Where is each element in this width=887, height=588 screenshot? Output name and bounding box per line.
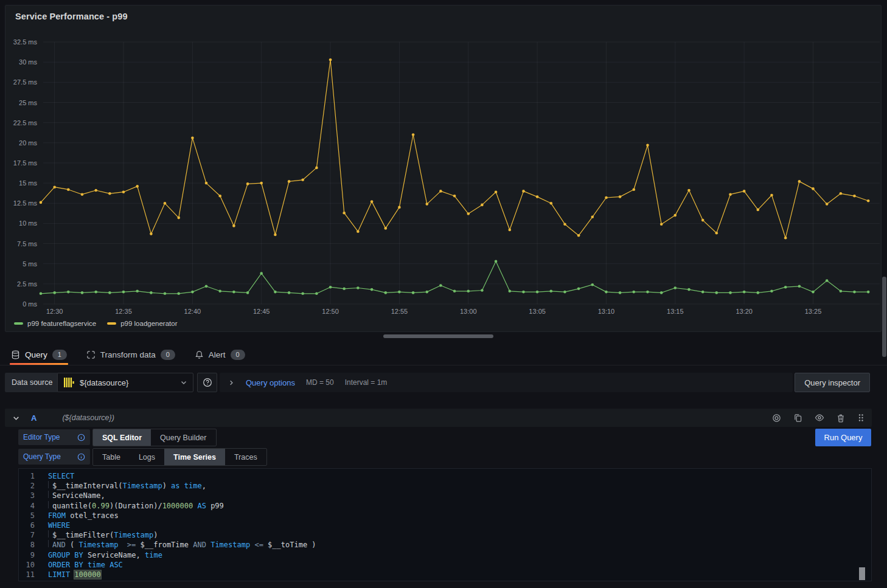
svg-text:12:45: 12:45 xyxy=(253,308,270,315)
chevron-right-icon[interactable] xyxy=(228,379,235,386)
tab-transform-count-badge: 0 xyxy=(161,350,175,360)
code-line[interactable]: 7$__timeFilter(Timestamp) xyxy=(19,530,871,540)
query-inspector-button[interactable]: Query inspector xyxy=(795,373,870,392)
query-options-md: MD = 50 xyxy=(306,378,334,387)
timeseries-chart[interactable]: 0 ms2.5 ms5 ms7.5 ms10 ms12.5 ms15 ms17.… xyxy=(5,26,882,318)
line-number: 2 xyxy=(19,481,40,491)
line-number: 6 xyxy=(19,521,40,530)
drag-handle-icon[interactable] xyxy=(857,413,864,422)
code-line[interactable]: 9GROUP BY ServiceName, time xyxy=(19,550,871,560)
code-line[interactable]: 2$__timeInterval(Timestamp) as time, xyxy=(19,481,871,491)
collapse-chevron-icon[interactable] xyxy=(12,414,20,422)
sql-code-lines: 1SELECT2$__timeInterval(Timestamp) as ti… xyxy=(19,471,871,579)
editor-type-option-query-builder[interactable]: Query Builder xyxy=(151,429,215,446)
svg-text:17.5 ms: 17.5 ms xyxy=(13,159,38,167)
tab-label: Query xyxy=(25,350,47,359)
legend-label: p99 featureflagservice xyxy=(27,320,96,327)
query-options-interval: Interval = 1m xyxy=(345,378,388,387)
vertical-scrollbar-thumb[interactable] xyxy=(882,277,886,357)
datasource-toolbar: Data source ${datasource} Query options … xyxy=(5,373,882,392)
svg-text:12.5 ms: 12.5 ms xyxy=(13,199,38,207)
tab-transform-data[interactable]: Transform data 0 xyxy=(85,344,176,365)
editor-scrollbar-thumb[interactable] xyxy=(859,567,865,580)
indent-guide xyxy=(48,491,52,498)
remove-query-trash-icon[interactable] xyxy=(837,413,845,423)
timeseries-panel: Service Performance - p99 0 ms2.5 ms5 ms… xyxy=(5,5,882,332)
question-circle-icon xyxy=(203,378,212,387)
svg-text:0 ms: 0 ms xyxy=(23,300,37,308)
panel-editor-tabs: Query 1 Transform data 0 Alert 0 xyxy=(10,344,246,365)
code-line[interactable]: 1SELECT xyxy=(19,471,871,481)
editor-type-option-sql-editor[interactable]: SQL Editor xyxy=(93,429,151,446)
query-type-option-table[interactable]: Table xyxy=(93,449,130,465)
line-number: 11 xyxy=(19,570,40,579)
svg-text:10 ms: 10 ms xyxy=(19,220,37,227)
query-row-actions xyxy=(772,413,864,423)
query-type-option-logs[interactable]: Logs xyxy=(130,449,164,465)
legend-item-loadgenerator[interactable]: p99 loadgenerator xyxy=(107,320,177,327)
query-options-bar: Query options MD = 50 Interval = 1m xyxy=(220,373,793,392)
duplicate-query-icon[interactable] xyxy=(793,413,802,423)
chevron-down-icon xyxy=(180,379,187,386)
line-number: 1 xyxy=(19,471,40,481)
svg-text:20 ms: 20 ms xyxy=(19,139,37,147)
query-row-header[interactable]: A (${datasource}) xyxy=(5,409,872,427)
svg-text:32.5 ms: 32.5 ms xyxy=(13,38,38,46)
svg-text:27.5 ms: 27.5 ms xyxy=(13,78,38,86)
code-line[interactable]: 10ORDER BY time ASC xyxy=(19,560,871,570)
svg-text:7.5 ms: 7.5 ms xyxy=(17,240,38,247)
hide-response-eye-icon[interactable] xyxy=(815,413,824,423)
code-line[interactable]: 5FROM otel_traces xyxy=(19,511,871,521)
info-circle-icon[interactable] xyxy=(77,453,85,461)
legend-swatch-green xyxy=(14,322,23,325)
code-line[interactable]: 8AND ( Timestamp >= $__fromTime AND Time… xyxy=(19,540,871,550)
svg-text:13:15: 13:15 xyxy=(667,308,684,315)
tab-alert[interactable]: Alert 0 xyxy=(193,344,246,365)
svg-text:12:50: 12:50 xyxy=(322,308,339,315)
svg-text:13:25: 13:25 xyxy=(805,308,822,315)
code-line[interactable]: 4quantile(0.99)(Duration)/1000000 AS p99 xyxy=(19,501,871,511)
datasource-help-button[interactable] xyxy=(197,373,217,392)
code-line[interactable]: 3ServiceName, xyxy=(19,491,871,500)
svg-text:13:10: 13:10 xyxy=(598,308,615,315)
legend-item-featureflagservice[interactable]: p99 featureflagservice xyxy=(14,320,96,327)
panel-title[interactable]: Service Performance - p99 xyxy=(15,12,128,21)
svg-text:13:20: 13:20 xyxy=(736,308,753,315)
line-number: 5 xyxy=(19,511,40,521)
query-type-option-time-series[interactable]: Time Series xyxy=(164,449,225,465)
query-type-label-text: Query Type xyxy=(23,452,61,461)
svg-text:12:40: 12:40 xyxy=(184,308,201,315)
indent-guide xyxy=(48,540,52,547)
svg-text:25 ms: 25 ms xyxy=(19,99,37,106)
tab-query[interactable]: Query 1 xyxy=(10,344,68,365)
svg-text:22.5 ms: 22.5 ms xyxy=(13,119,38,126)
query-type-group: Table Logs Time Series Traces xyxy=(92,448,267,466)
query-options-toggle[interactable]: Query options xyxy=(246,378,295,387)
svg-text:12:30: 12:30 xyxy=(46,308,63,315)
tab-label: Alert xyxy=(209,350,226,359)
code-line[interactable]: 11LIMIT 100000 xyxy=(19,570,871,579)
query-datasource-hint: (${datasource}) xyxy=(62,413,114,422)
run-query-button[interactable]: Run Query xyxy=(815,429,871,446)
query-type-option-traces[interactable]: Traces xyxy=(225,449,266,465)
query-ref-id: A xyxy=(31,413,37,423)
horizontal-scrollbar-thumb[interactable] xyxy=(383,334,493,338)
disable-query-icon[interactable] xyxy=(772,413,781,423)
editor-type-group: SQL Editor Query Builder xyxy=(92,429,217,446)
database-icon xyxy=(11,350,20,359)
datasource-picker[interactable]: ${datasource} xyxy=(57,373,193,392)
info-circle-icon[interactable] xyxy=(77,434,85,441)
line-number: 9 xyxy=(19,550,40,560)
datasource-value: ${datasource} xyxy=(80,378,175,387)
line-number: 10 xyxy=(19,560,40,570)
tab-alert-count-badge: 0 xyxy=(231,350,245,360)
bell-icon xyxy=(195,350,204,359)
sql-code-editor[interactable]: 1SELECT2$__timeInterval(Timestamp) as ti… xyxy=(18,468,872,581)
svg-text:2.5 ms: 2.5 ms xyxy=(17,280,38,288)
editor-type-label-text: Editor Type xyxy=(23,433,60,441)
svg-text:13:05: 13:05 xyxy=(529,308,546,315)
code-line[interactable]: 6WHERE xyxy=(19,521,871,530)
svg-text:12:35: 12:35 xyxy=(115,308,132,315)
svg-text:13:00: 13:00 xyxy=(460,308,477,315)
indent-guide xyxy=(48,481,52,488)
